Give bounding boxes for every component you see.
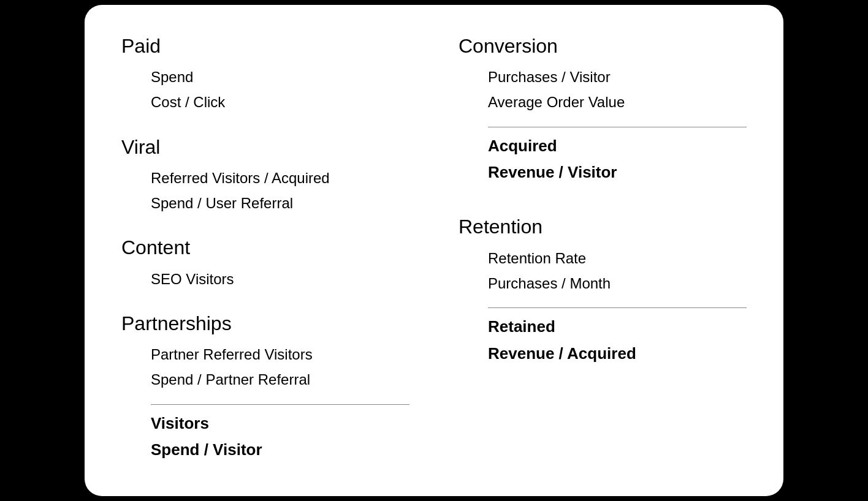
conversion-purchases-visitor: Purchases / Visitor [488, 67, 747, 86]
partnerships-partner-referred-visitors: Partner Referred Visitors [151, 345, 409, 364]
section-header-content: Content [121, 236, 409, 259]
retention-retention-rate: Retention Rate [488, 249, 747, 268]
section-header-retention: Retention [459, 215, 747, 238]
partnerships-spend-partner-referral: Spend / Partner Referral [151, 370, 409, 389]
section-header-paid: Paid [121, 34, 409, 58]
main-card: Paid Spend Cost / Click Viral Referred V… [85, 5, 783, 496]
conversion-divider [488, 127, 747, 127]
partnerships-divider [151, 404, 409, 405]
paid-cost-click: Cost / Click [151, 92, 409, 111]
retention-retained-bold: Retained [488, 317, 747, 337]
right-column: Conversion Purchases / Visitor Average O… [434, 34, 747, 467]
content-seo-visitors: SEO Visitors [151, 269, 409, 288]
section-header-partnerships: Partnerships [121, 312, 409, 335]
viral-referred-visitors: Referred Visitors / Acquired [151, 168, 409, 187]
section-header-conversion: Conversion [459, 34, 747, 58]
partnerships-visitors-bold: Visitors [151, 413, 409, 434]
left-column: Paid Spend Cost / Click Viral Referred V… [121, 34, 434, 467]
paid-spend: Spend [151, 67, 409, 86]
conversion-average-order-value: Average Order Value [488, 92, 747, 111]
retention-revenue-acquired-bold: Revenue / Acquired [488, 344, 747, 364]
conversion-revenue-visitor-bold: Revenue / Visitor [488, 162, 747, 183]
viral-spend-user-referral: Spend / User Referral [151, 194, 409, 213]
section-header-viral: Viral [121, 135, 409, 159]
partnerships-spend-visitor-bold: Spend / Visitor [151, 440, 409, 461]
retention-purchases-month: Purchases / Month [488, 274, 747, 293]
conversion-acquired-bold: Acquired [488, 136, 747, 157]
retention-divider [488, 307, 747, 308]
